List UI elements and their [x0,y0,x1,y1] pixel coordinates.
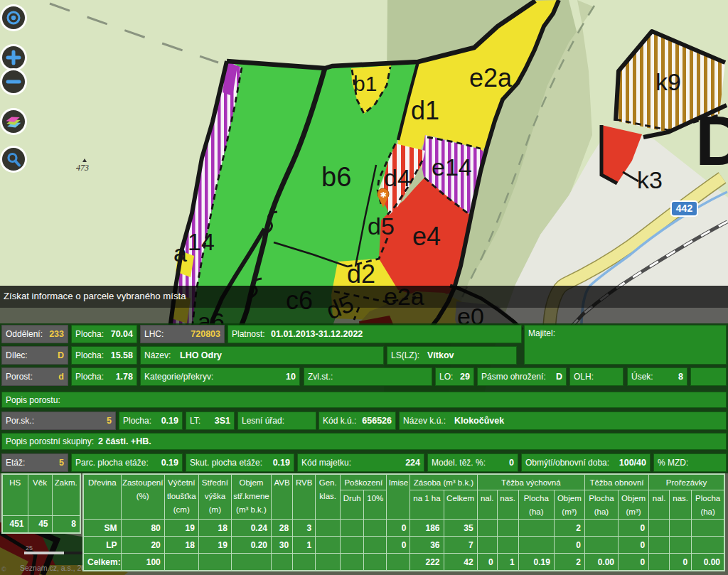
svg-text:D: D [695,102,728,180]
svg-text:473: 473 [76,163,89,173]
svg-text:442: 442 [676,203,693,214]
svg-text:k9: k9 [655,68,681,95]
svg-text:e4: e4 [412,222,441,251]
svg-text:b6: b6 [321,162,351,192]
svg-text:✱: ✱ [380,190,386,199]
svg-text:a: a [173,240,187,267]
svg-text:e2a: e2a [469,63,513,92]
svg-text:d1: d1 [411,96,439,125]
svg-text:d2: d2 [347,259,375,289]
svg-text:14: 14 [188,228,215,255]
svg-text:b1: b1 [353,72,377,95]
svg-text:d5: d5 [368,213,395,240]
svg-text:k3: k3 [637,166,663,193]
svg-text:d4: d4 [384,164,411,191]
svg-text:e14: e14 [432,154,472,181]
